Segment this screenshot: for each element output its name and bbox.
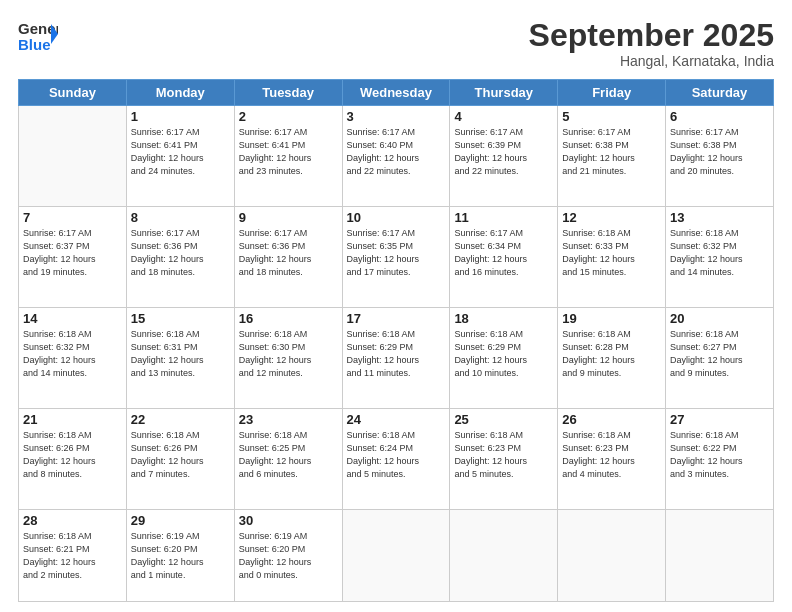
calendar-cell: 26Sunrise: 6:18 AM Sunset: 6:23 PM Dayli… <box>558 409 666 510</box>
day-info: Sunrise: 6:17 AM Sunset: 6:41 PM Dayligh… <box>131 126 230 178</box>
calendar-cell: 20Sunrise: 6:18 AM Sunset: 6:27 PM Dayli… <box>666 308 774 409</box>
day-info: Sunrise: 6:19 AM Sunset: 6:20 PM Dayligh… <box>239 530 338 582</box>
day-info: Sunrise: 6:18 AM Sunset: 6:27 PM Dayligh… <box>670 328 769 380</box>
day-number: 9 <box>239 210 338 225</box>
day-header-thursday: Thursday <box>450 80 558 106</box>
calendar-cell: 15Sunrise: 6:18 AM Sunset: 6:31 PM Dayli… <box>126 308 234 409</box>
day-number: 18 <box>454 311 553 326</box>
calendar-cell: 18Sunrise: 6:18 AM Sunset: 6:29 PM Dayli… <box>450 308 558 409</box>
day-number: 1 <box>131 109 230 124</box>
day-info: Sunrise: 6:18 AM Sunset: 6:29 PM Dayligh… <box>347 328 446 380</box>
calendar-cell: 13Sunrise: 6:18 AM Sunset: 6:32 PM Dayli… <box>666 207 774 308</box>
week-row-1: 7Sunrise: 6:17 AM Sunset: 6:37 PM Daylig… <box>19 207 774 308</box>
calendar-cell <box>558 510 666 602</box>
day-info: Sunrise: 6:18 AM Sunset: 6:26 PM Dayligh… <box>23 429 122 481</box>
calendar-cell: 12Sunrise: 6:18 AM Sunset: 6:33 PM Dayli… <box>558 207 666 308</box>
calendar-cell: 3Sunrise: 6:17 AM Sunset: 6:40 PM Daylig… <box>342 106 450 207</box>
day-number: 16 <box>239 311 338 326</box>
calendar-cell: 8Sunrise: 6:17 AM Sunset: 6:36 PM Daylig… <box>126 207 234 308</box>
calendar-cell: 28Sunrise: 6:18 AM Sunset: 6:21 PM Dayli… <box>19 510 127 602</box>
day-info: Sunrise: 6:17 AM Sunset: 6:38 PM Dayligh… <box>562 126 661 178</box>
day-number: 5 <box>562 109 661 124</box>
header: GeneralBlue September 2025 Hangal, Karna… <box>18 18 774 69</box>
calendar-cell: 5Sunrise: 6:17 AM Sunset: 6:38 PM Daylig… <box>558 106 666 207</box>
calendar-cell: 23Sunrise: 6:18 AM Sunset: 6:25 PM Dayli… <box>234 409 342 510</box>
day-info: Sunrise: 6:17 AM Sunset: 6:36 PM Dayligh… <box>239 227 338 279</box>
calendar-cell: 17Sunrise: 6:18 AM Sunset: 6:29 PM Dayli… <box>342 308 450 409</box>
calendar-cell: 2Sunrise: 6:17 AM Sunset: 6:41 PM Daylig… <box>234 106 342 207</box>
logo-icon: GeneralBlue <box>18 18 58 54</box>
calendar-cell: 22Sunrise: 6:18 AM Sunset: 6:26 PM Dayli… <box>126 409 234 510</box>
calendar-header-row: SundayMondayTuesdayWednesdayThursdayFrid… <box>19 80 774 106</box>
calendar-cell: 29Sunrise: 6:19 AM Sunset: 6:20 PM Dayli… <box>126 510 234 602</box>
calendar-cell: 19Sunrise: 6:18 AM Sunset: 6:28 PM Dayli… <box>558 308 666 409</box>
day-header-sunday: Sunday <box>19 80 127 106</box>
calendar-cell: 21Sunrise: 6:18 AM Sunset: 6:26 PM Dayli… <box>19 409 127 510</box>
calendar-cell: 14Sunrise: 6:18 AM Sunset: 6:32 PM Dayli… <box>19 308 127 409</box>
day-info: Sunrise: 6:18 AM Sunset: 6:21 PM Dayligh… <box>23 530 122 582</box>
calendar-cell: 6Sunrise: 6:17 AM Sunset: 6:38 PM Daylig… <box>666 106 774 207</box>
day-number: 11 <box>454 210 553 225</box>
day-info: Sunrise: 6:18 AM Sunset: 6:31 PM Dayligh… <box>131 328 230 380</box>
calendar-cell: 1Sunrise: 6:17 AM Sunset: 6:41 PM Daylig… <box>126 106 234 207</box>
day-number: 3 <box>347 109 446 124</box>
day-info: Sunrise: 6:18 AM Sunset: 6:23 PM Dayligh… <box>562 429 661 481</box>
day-number: 14 <box>23 311 122 326</box>
location: Hangal, Karnataka, India <box>529 53 774 69</box>
day-number: 25 <box>454 412 553 427</box>
calendar-cell: 25Sunrise: 6:18 AM Sunset: 6:23 PM Dayli… <box>450 409 558 510</box>
logo: GeneralBlue <box>18 18 58 54</box>
calendar-cell: 16Sunrise: 6:18 AM Sunset: 6:30 PM Dayli… <box>234 308 342 409</box>
calendar-cell: 10Sunrise: 6:17 AM Sunset: 6:35 PM Dayli… <box>342 207 450 308</box>
day-header-monday: Monday <box>126 80 234 106</box>
day-number: 26 <box>562 412 661 427</box>
day-info: Sunrise: 6:18 AM Sunset: 6:23 PM Dayligh… <box>454 429 553 481</box>
week-row-4: 28Sunrise: 6:18 AM Sunset: 6:21 PM Dayli… <box>19 510 774 602</box>
day-info: Sunrise: 6:17 AM Sunset: 6:36 PM Dayligh… <box>131 227 230 279</box>
calendar-table: SundayMondayTuesdayWednesdayThursdayFrid… <box>18 79 774 602</box>
day-header-friday: Friday <box>558 80 666 106</box>
calendar-cell <box>666 510 774 602</box>
day-header-wednesday: Wednesday <box>342 80 450 106</box>
calendar-cell <box>19 106 127 207</box>
day-info: Sunrise: 6:18 AM Sunset: 6:29 PM Dayligh… <box>454 328 553 380</box>
day-number: 28 <box>23 513 122 528</box>
month-title: September 2025 <box>529 18 774 53</box>
day-info: Sunrise: 6:17 AM Sunset: 6:35 PM Dayligh… <box>347 227 446 279</box>
calendar-cell: 24Sunrise: 6:18 AM Sunset: 6:24 PM Dayli… <box>342 409 450 510</box>
week-row-3: 21Sunrise: 6:18 AM Sunset: 6:26 PM Dayli… <box>19 409 774 510</box>
day-header-saturday: Saturday <box>666 80 774 106</box>
day-number: 7 <box>23 210 122 225</box>
day-number: 10 <box>347 210 446 225</box>
day-number: 8 <box>131 210 230 225</box>
calendar-cell: 11Sunrise: 6:17 AM Sunset: 6:34 PM Dayli… <box>450 207 558 308</box>
title-block: September 2025 Hangal, Karnataka, India <box>529 18 774 69</box>
day-number: 17 <box>347 311 446 326</box>
calendar-cell <box>342 510 450 602</box>
day-info: Sunrise: 6:19 AM Sunset: 6:20 PM Dayligh… <box>131 530 230 582</box>
week-row-0: 1Sunrise: 6:17 AM Sunset: 6:41 PM Daylig… <box>19 106 774 207</box>
calendar-cell: 7Sunrise: 6:17 AM Sunset: 6:37 PM Daylig… <box>19 207 127 308</box>
day-info: Sunrise: 6:18 AM Sunset: 6:32 PM Dayligh… <box>670 227 769 279</box>
day-number: 13 <box>670 210 769 225</box>
day-number: 24 <box>347 412 446 427</box>
day-number: 29 <box>131 513 230 528</box>
calendar-cell: 30Sunrise: 6:19 AM Sunset: 6:20 PM Dayli… <box>234 510 342 602</box>
day-info: Sunrise: 6:18 AM Sunset: 6:30 PM Dayligh… <box>239 328 338 380</box>
svg-text:Blue: Blue <box>18 36 51 53</box>
day-info: Sunrise: 6:18 AM Sunset: 6:28 PM Dayligh… <box>562 328 661 380</box>
day-info: Sunrise: 6:18 AM Sunset: 6:33 PM Dayligh… <box>562 227 661 279</box>
calendar-cell <box>450 510 558 602</box>
day-number: 20 <box>670 311 769 326</box>
day-number: 12 <box>562 210 661 225</box>
day-number: 21 <box>23 412 122 427</box>
day-number: 30 <box>239 513 338 528</box>
day-info: Sunrise: 6:17 AM Sunset: 6:34 PM Dayligh… <box>454 227 553 279</box>
day-info: Sunrise: 6:18 AM Sunset: 6:25 PM Dayligh… <box>239 429 338 481</box>
week-row-2: 14Sunrise: 6:18 AM Sunset: 6:32 PM Dayli… <box>19 308 774 409</box>
day-number: 15 <box>131 311 230 326</box>
day-number: 22 <box>131 412 230 427</box>
day-info: Sunrise: 6:18 AM Sunset: 6:24 PM Dayligh… <box>347 429 446 481</box>
day-info: Sunrise: 6:17 AM Sunset: 6:37 PM Dayligh… <box>23 227 122 279</box>
day-info: Sunrise: 6:18 AM Sunset: 6:22 PM Dayligh… <box>670 429 769 481</box>
